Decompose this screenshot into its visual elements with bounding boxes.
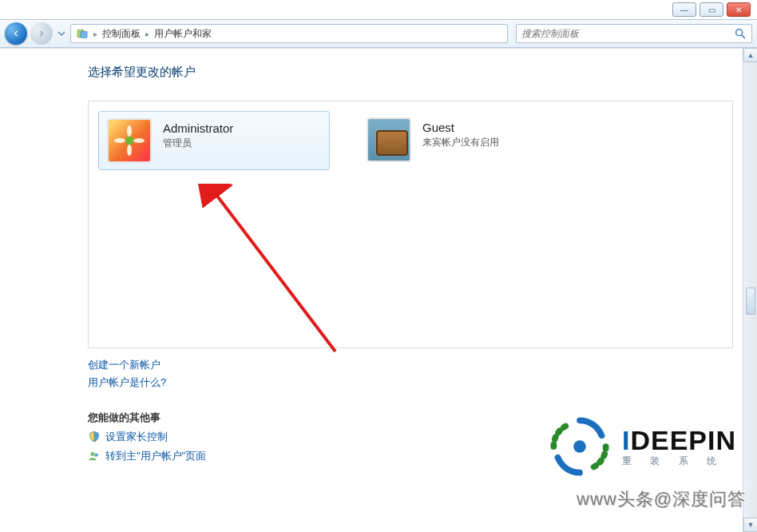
search-icon[interactable] [734,27,747,40]
titlebar: — ▭ ✕ [0,0,757,19]
arrow-left-icon [10,28,22,39]
svg-rect-1 [81,31,87,38]
avatar [107,118,152,163]
account-text: Administrator 管理员 [163,118,233,150]
toolbar: ▸ 控制面板 ▸ 用户帐户和家 [0,19,757,48]
search-input[interactable] [521,28,729,39]
close-button[interactable]: ✕ [727,2,751,17]
avatar [367,117,411,162]
window-controls: — ▭ ✕ [672,2,751,17]
link-what-is-account[interactable]: 用户帐户是什么? [88,375,669,390]
svg-point-2 [736,30,743,36]
watermark-text: IDEEPIN 重 装 系 统 [622,425,736,468]
swirl-icon [545,412,614,481]
scroll-up-button[interactable]: ▲ [743,48,757,62]
nav-forward-button[interactable] [30,22,53,45]
scroll-down-button[interactable]: ▼ [743,518,757,532]
brand-sub: 重 装 系 统 [622,455,736,468]
breadcrumb-item-0[interactable]: 控制面板 [102,27,141,41]
svg-line-3 [742,35,745,38]
maximize-button[interactable]: ▭ [700,2,723,17]
minimize-button[interactable]: — [672,2,696,17]
account-text: Guest 来宾帐户没有启用 [422,117,499,149]
account-desc: 来宾帐户没有启用 [422,136,499,149]
breadcrumb-sep: ▸ [93,30,97,38]
nav-back-button[interactable] [5,22,27,45]
link-label: 设置家长控制 [105,430,168,444]
account-desc: 管理员 [163,137,233,150]
account-item-administrator[interactable]: Administrator 管理员 [98,111,330,170]
account-item-guest[interactable]: Guest 来宾帐户没有启用 [359,111,590,169]
svg-point-5 [127,125,132,137]
vertical-scrollbar[interactable]: ▲ ▼ [743,48,757,532]
svg-point-12 [573,440,585,452]
scroll-thumb[interactable] [746,288,755,315]
brand-rest: DEEPIN [630,425,736,455]
breadcrumb-item-1[interactable]: 用户帐户和家 [154,27,212,41]
link-create-new-account[interactable]: 创建一个新帐户 [88,358,669,372]
watermark-byline: www头条@深度问答 [577,487,746,511]
svg-point-10 [95,454,98,457]
brand-prefix: I [622,425,630,455]
svg-point-9 [90,452,94,456]
chevron-down-icon [57,30,65,38]
svg-point-7 [114,138,125,143]
link-label: 转到主"用户帐户"页面 [105,449,206,463]
shield-icon [88,431,101,443]
breadcrumb-sep: ▸ [145,30,149,38]
account-name: Administrator [163,121,233,135]
svg-point-4 [125,137,133,145]
nav-history-dropdown[interactable] [56,24,67,43]
flower-icon [113,125,145,157]
account-name: Guest [422,121,499,134]
search-box[interactable] [516,24,752,43]
address-bar[interactable]: ▸ 控制面板 ▸ 用户帐户和家 [70,24,508,43]
links-section: 创建一个新帐户 用户帐户是什么? [88,358,669,390]
watermark-logo: IDEEPIN 重 装 系 统 [545,412,736,481]
svg-point-8 [133,138,145,143]
accounts-list: Administrator 管理员 Guest 来宾帐户没有启用 [88,101,733,348]
arrow-right-icon [36,28,47,39]
control-panel-icon [76,27,89,40]
page-title: 选择希望更改的帐户 [88,65,669,86]
svg-point-6 [127,145,132,156]
users-icon [88,450,101,463]
